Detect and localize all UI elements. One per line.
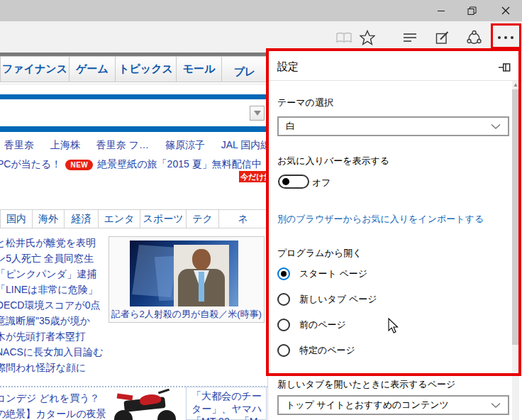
new-tab-label: 新しいタブを開いたときに表示するページ (277, 378, 455, 391)
category-tab-entertainment[interactable]: エンタ (98, 209, 140, 228)
headline-link[interactable]: と松井氏が離党を表明 (0, 235, 113, 250)
new-badge: NEW (65, 160, 93, 170)
bottom-link[interactable]: の絶景】カタールの夜景 (0, 406, 116, 420)
headline-link[interactable]: OECD環境スコアが0点 (0, 297, 113, 313)
reading-view-book-icon (336, 32, 352, 43)
category-tab-domestic[interactable]: 国内 (0, 209, 33, 228)
headline-link[interactable]: 「ピンクパンダ」逮捕 (0, 266, 113, 282)
close-icon (501, 6, 510, 15)
headline-link[interactable]: 際問われ怪訝な顔に (0, 360, 113, 375)
nav-tab-topics[interactable]: トピックス (115, 56, 177, 82)
headline-list: と松井氏が離党を表明 ン5人死亡 全員同窓生 「ピンクパンダ」逮捕 「LINEは… (0, 235, 113, 375)
search-dropdown-button[interactable] (250, 106, 265, 121)
keyword-link[interactable]: 上海株 (50, 139, 80, 150)
headline-link[interactable]: 「LINEは非常に危険」 (0, 282, 113, 297)
trending-keywords: 香里奈 上海株 香里奈 フ… 篠原涼子 JAL 国内線 日経 (4, 139, 268, 152)
hub-icon (403, 32, 417, 43)
search-box-bottom-border (0, 126, 270, 132)
category-tab-net[interactable]: ネ (218, 209, 268, 228)
web-note-icon (435, 31, 450, 45)
triangle-down-icon (254, 111, 261, 116)
reading-view-button[interactable] (332, 28, 356, 48)
keyword-link[interactable]: JAL 国内線 (221, 139, 271, 150)
bottom-link[interactable]: コンデジ どれを買う？ (0, 390, 116, 406)
new-tab-dropdown[interactable]: トップ サイトとおすすめのコンテンツ (277, 395, 509, 415)
headline-link[interactable]: ン5人死亡 全員同窓生 (0, 250, 113, 266)
promo-text: 絶景壁紙の旅「2015 夏」無料配信中 (97, 158, 261, 171)
restore-icon (467, 6, 477, 16)
close-button[interactable] (494, 1, 518, 20)
star-icon (360, 30, 375, 45)
keyword-link[interactable]: 香里奈 (4, 139, 34, 150)
minimize-button[interactable] (429, 1, 453, 20)
headline-link[interactable]: 木が先頭打者本塁打 (0, 328, 113, 344)
headline-link[interactable]: NACSに長女加入目論む (0, 344, 113, 360)
keyword-link[interactable]: 香里奈 フ… (96, 139, 149, 150)
restore-button[interactable] (460, 1, 484, 20)
nav-tab-premium[interactable]: プレ (221, 56, 268, 82)
headline-link[interactable]: 意識断層"35歳が境か (0, 313, 113, 328)
search-box-top-border (0, 94, 270, 99)
person-in-photo (174, 245, 229, 306)
category-tab-sports[interactable]: スポーツ (140, 209, 187, 228)
category-tab-world[interactable]: 海外 (32, 209, 65, 228)
mouse-cursor (388, 318, 400, 337)
bottom-right-article[interactable]: 「大都会のチー ター」、ヤマハ 「MT-03」「M (186, 387, 267, 420)
news-photo (130, 241, 238, 306)
promo-prefix: PCが当たる！ (0, 158, 61, 171)
keyword-link[interactable]: 篠原涼子 (165, 139, 205, 150)
motorcycle-thumbnail[interactable] (111, 389, 180, 420)
nav-tab-game[interactable]: ゲーム (69, 56, 116, 82)
nav-tab-finance[interactable]: ファイナンス (0, 56, 70, 82)
category-tab-tech[interactable]: テク (186, 209, 219, 228)
new-tab-dropdown-value: トップ サイトとおすすめのコンテンツ (286, 399, 449, 411)
chevron-down-icon (491, 402, 501, 409)
annotation-box-more-button (491, 23, 521, 49)
add-favorite-button[interactable] (355, 28, 379, 48)
web-note-button[interactable] (431, 28, 455, 48)
share-icon (466, 30, 482, 46)
bottom-left-links: コンデジ どれを買う？ の絶景】カタールの夜景 (0, 390, 116, 420)
nav-tab-mall[interactable]: モール (176, 56, 222, 82)
minimize-icon (437, 6, 445, 15)
share-button[interactable] (462, 28, 486, 48)
news-photo-module[interactable]: 記者ら2人射殺の男が自殺／米(時事) (109, 236, 265, 323)
promo-row[interactable]: PCが当たる！ NEW 絶景壁紙の旅「2015 夏」無料配信中 (0, 158, 270, 171)
category-tab-economy[interactable]: 経済 (64, 209, 99, 228)
photo-caption-link[interactable]: 記者ら2人射殺の男が自殺／米(時事) (109, 308, 264, 321)
hub-button[interactable] (398, 28, 422, 48)
title-bar (0, 0, 522, 21)
limited-free-badge: 今だけ無料 (239, 171, 268, 182)
